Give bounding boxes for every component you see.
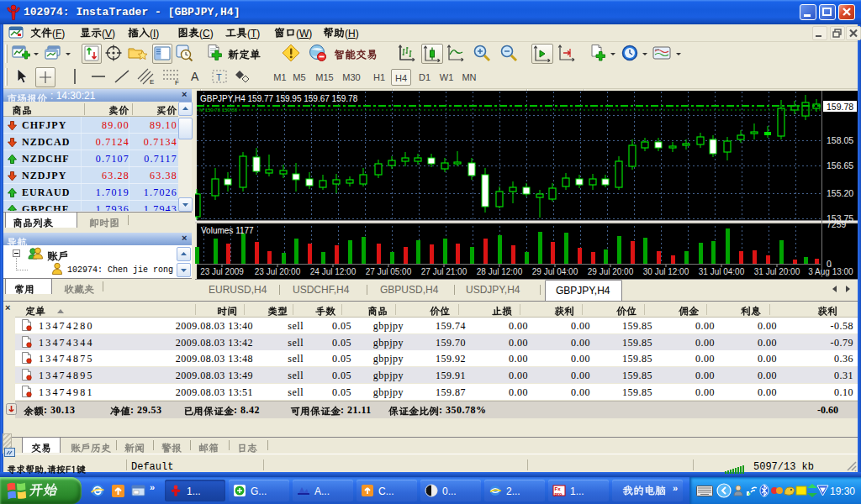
svg-text:155.20: 155.20: [827, 188, 853, 198]
svg-text:GBPJPY,H4 159.77 159.95 159.6: GBPJPY,H4 159.77 159.95 159.67 159.78: [200, 94, 358, 103]
svg-text:27 Jul 21:00: 27 Jul 21:00: [421, 267, 467, 276]
svg-text:30 Jul 12:00: 30 Jul 12:00: [643, 267, 689, 276]
svg-text:23 Jul 2009: 23 Jul 2009: [200, 267, 244, 276]
svg-text:29 Jul 20:00: 29 Jul 20:00: [588, 267, 634, 276]
svg-text:E: E: [150, 78, 154, 86]
svg-text:T: T: [216, 72, 222, 82]
svg-text:pro: pro: [555, 491, 563, 496]
svg-text:0: 0: [827, 259, 832, 269]
svg-text:27 Jul 05:00: 27 Jul 05:00: [366, 267, 412, 276]
svg-text:28 Jul 12:00: 28 Jul 12:00: [477, 267, 523, 276]
svg-text:23 Jul 20:00: 23 Jul 20:00: [255, 267, 301, 276]
svg-text:31 Jul 04:00: 31 Jul 04:00: [699, 267, 745, 276]
svg-text:7259: 7259: [827, 219, 847, 229]
svg-text:Volumes 1177: Volumes 1177: [201, 226, 254, 235]
svg-text:F: F: [175, 79, 179, 86]
svg-text:31 Jul 20:00: 31 Jul 20:00: [754, 267, 800, 276]
svg-text:156.65: 156.65: [827, 160, 853, 171]
svg-text:M 159.78 159.88: M 159.78 159.88: [199, 108, 238, 113]
svg-text:159.78: 159.78: [827, 102, 853, 112]
svg-text:29 Jul 04:00: 29 Jul 04:00: [532, 267, 578, 276]
svg-text:A: A: [191, 70, 199, 83]
svg-text:158.05: 158.05: [827, 135, 853, 145]
svg-text:24 Jul 12:00: 24 Jul 12:00: [310, 267, 357, 276]
